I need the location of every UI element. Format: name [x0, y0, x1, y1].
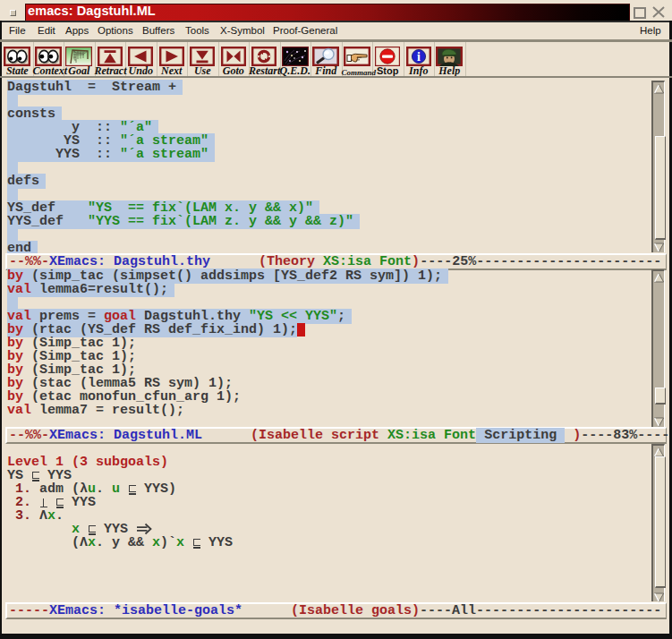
svg-text:i: i	[417, 50, 421, 64]
